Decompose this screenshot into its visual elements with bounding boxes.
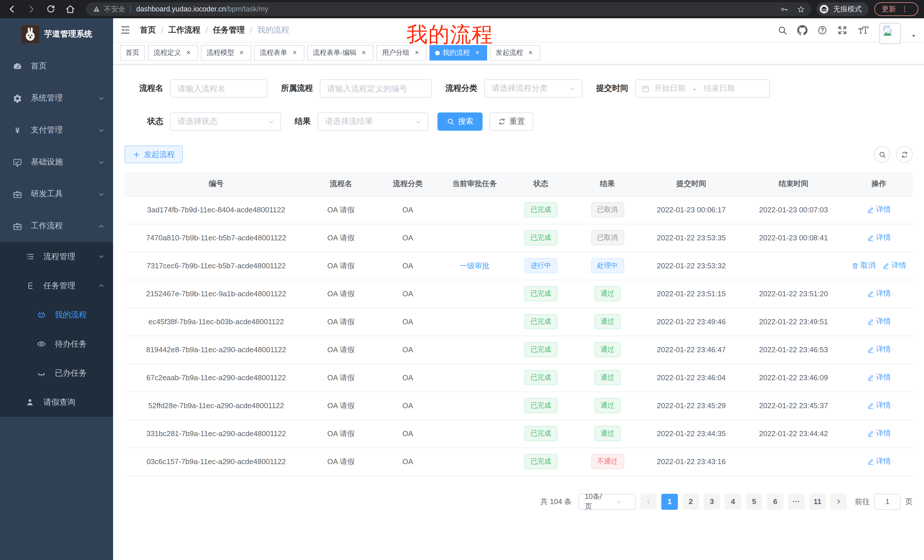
sidebar-item-我的流程[interactable]: 我的流程: [0, 300, 113, 329]
result-badge: 通过: [594, 314, 621, 329]
cell-submit-time: 2022-01-22 23:45:29: [641, 392, 742, 419]
submit-time-range-picker[interactable]: 开始日期 - 结束日期: [635, 79, 770, 97]
sidebar-item-请假查询[interactable]: 请假查询: [0, 388, 113, 417]
result-select[interactable]: 请选择流结果: [318, 112, 428, 131]
parent-process-input[interactable]: [320, 79, 432, 97]
tab-发起流程[interactable]: 发起流程×: [490, 45, 540, 60]
process-name-input[interactable]: [170, 79, 267, 97]
process-table: 编号流程名流程分类当前审批任务状态结果提交时间结束时间操作 3ad174fb-7…: [124, 172, 913, 476]
detail-link[interactable]: 详情: [867, 233, 891, 243]
sidebar-item-label: 支付管理: [31, 125, 98, 135]
create-process-label: 发起流程: [144, 149, 175, 160]
detail-link[interactable]: 详情: [867, 316, 891, 327]
tab-流程表单[interactable]: 流程表单×: [254, 45, 304, 60]
password-key-icon[interactable]: [780, 5, 789, 13]
category-select[interactable]: 请选择流程分类: [484, 79, 582, 97]
tab-close-icon[interactable]: ×: [291, 49, 298, 57]
page-size-select[interactable]: 10条/页: [579, 494, 636, 509]
tab-流程定义[interactable]: 流程定义×: [148, 45, 198, 60]
sidebar-item-首页[interactable]: 首页: [0, 50, 113, 82]
sidebar-item-待办任务[interactable]: 待办任务: [0, 329, 113, 358]
page-button-5[interactable]: 5: [746, 494, 762, 509]
create-process-button[interactable]: 发起流程: [124, 145, 183, 163]
header-search-icon[interactable]: [777, 25, 788, 35]
font-size-icon[interactable]: [857, 25, 870, 35]
detail-link[interactable]: 详情: [882, 261, 906, 271]
browser-menu-dots-icon[interactable]: [901, 5, 909, 13]
tab-close-icon[interactable]: ×: [184, 49, 192, 57]
breadcrumb-item[interactable]: 首页: [140, 25, 156, 35]
app-logo-row[interactable]: 芋道管理系统: [0, 18, 113, 50]
search-button-label: 搜索: [458, 117, 473, 127]
avatar-caret-down-icon[interactable]: [910, 32, 917, 39]
pagination: 共 104 条 10条/页 123456···11 前往 页: [124, 494, 913, 509]
sidebar-filler: [0, 417, 113, 560]
sidebar-collapse-icon[interactable]: [120, 24, 131, 35]
github-icon[interactable]: [797, 25, 807, 35]
page-button-3[interactable]: 3: [704, 494, 720, 509]
sidebar: 芋道管理系统 首页系统管理¥支付管理基础设施研发工具工作流程流程管理任务管理我的…: [0, 18, 113, 560]
tab-用户分组[interactable]: 用户分组×: [376, 45, 427, 60]
tab-流程表单-编辑[interactable]: 流程表单-编辑×: [307, 45, 374, 60]
sidebar-item-流程管理[interactable]: 流程管理: [0, 242, 113, 271]
sidebar-item-工作流程[interactable]: 工作流程: [0, 210, 113, 242]
breadcrumb-item[interactable]: 工作流程: [168, 25, 201, 35]
page-ellipsis[interactable]: ···: [788, 494, 805, 509]
goto-page-input[interactable]: [874, 494, 901, 509]
browser-update-button[interactable]: 更新: [874, 2, 918, 16]
sidebar-item-任务管理[interactable]: 任务管理: [0, 271, 113, 300]
sidebar-item-基础设施[interactable]: 基础设施: [0, 146, 113, 178]
tab-close-icon[interactable]: ×: [473, 49, 482, 57]
tab-close-icon[interactable]: ×: [238, 49, 246, 57]
bookmark-star-icon[interactable]: [796, 5, 805, 13]
tab-close-icon[interactable]: ×: [360, 49, 368, 57]
chevron-right-icon: [835, 498, 842, 505]
search-button[interactable]: 搜索: [438, 112, 483, 131]
detail-link[interactable]: 详情: [867, 344, 891, 355]
result-label: 结果: [295, 117, 310, 127]
edit-icon: [882, 262, 890, 270]
not-secure-warning-icon[interactable]: [93, 5, 100, 13]
help-icon[interactable]: [817, 25, 828, 35]
page-button-1[interactable]: 1: [661, 494, 678, 509]
sidebar-item-研发工具[interactable]: 研发工具: [0, 178, 113, 210]
detail-link[interactable]: 详情: [867, 205, 891, 215]
tab-首页[interactable]: 首页: [120, 45, 145, 60]
sidebar-item-系统管理[interactable]: 系统管理: [0, 82, 113, 114]
detail-link[interactable]: 详情: [867, 457, 891, 467]
tab-我的流程[interactable]: 我的流程×: [429, 45, 487, 60]
sidebar-item-已办任务[interactable]: 已办任务: [0, 358, 113, 388]
fullscreen-icon[interactable]: [837, 25, 848, 35]
browser-home-icon[interactable]: [65, 4, 75, 14]
reset-button[interactable]: 重置: [489, 112, 533, 131]
page-button-6[interactable]: 6: [767, 494, 783, 509]
address-bar[interactable]: 不安全 dashboard.yudao.iocoder.cn /bpm/task…: [86, 2, 811, 16]
sidebar-item-支付管理[interactable]: ¥支付管理: [0, 114, 113, 146]
status-select[interactable]: 请选择状态: [170, 112, 281, 131]
page-button-4[interactable]: 4: [725, 494, 741, 509]
prev-page-button[interactable]: [640, 494, 657, 509]
page-button-2[interactable]: 2: [682, 494, 699, 509]
tab-流程模型[interactable]: 流程模型×: [201, 45, 251, 60]
detail-link[interactable]: 详情: [867, 428, 891, 439]
browser-reload-icon[interactable]: [46, 4, 56, 14]
current-task-link[interactable]: 一级审批: [460, 261, 489, 271]
tab-close-icon[interactable]: ×: [526, 49, 534, 57]
detail-link[interactable]: 详情: [867, 289, 891, 299]
detail-link[interactable]: 详情: [867, 400, 891, 411]
cancel-link[interactable]: 取消: [852, 261, 876, 271]
dashboard-icon: [13, 61, 22, 71]
browser-forward-icon[interactable]: [26, 4, 36, 14]
cell-current-task: [441, 280, 508, 308]
page-button-11[interactable]: 11: [809, 494, 826, 509]
detail-link[interactable]: 详情: [867, 373, 891, 383]
user-avatar[interactable]: [879, 23, 901, 44]
tab-close-icon[interactable]: ×: [413, 49, 421, 57]
breadcrumb-item[interactable]: 任务管理: [213, 25, 245, 35]
browser-back-icon[interactable]: [7, 4, 17, 14]
next-page-button[interactable]: [830, 494, 847, 509]
cell-category: OA: [374, 196, 441, 224]
refresh-table-button[interactable]: [896, 146, 913, 163]
toggle-search-button[interactable]: [874, 146, 890, 163]
cell-result: 不通过: [574, 448, 641, 476]
